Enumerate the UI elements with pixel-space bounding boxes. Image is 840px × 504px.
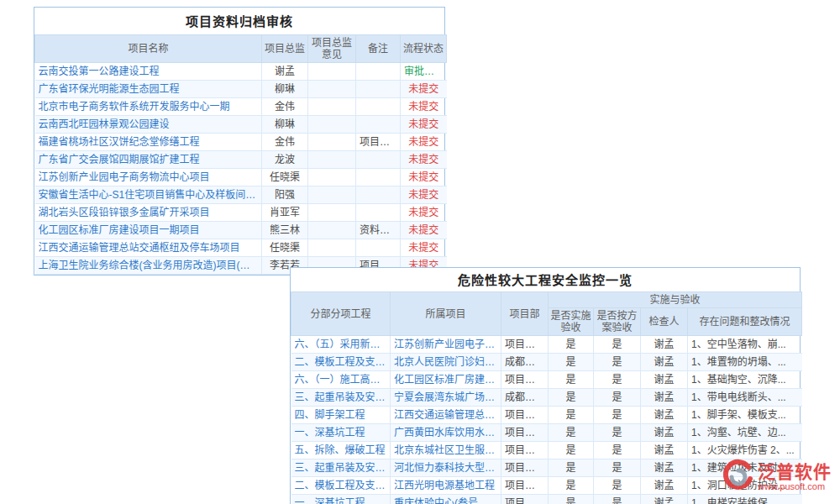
safety-panel-title: 危险性较大工程安全监控一览 (291, 268, 800, 291)
issues-cell: 1、堆置物的坍塌、... (688, 354, 802, 371)
inspector-cell: 谢孟 (641, 424, 688, 442)
remark-cell (356, 186, 401, 204)
opinion-cell (308, 134, 356, 151)
opinion-cell (308, 116, 356, 134)
part-cell[interactable]: 六、（一）施工高度50M及... (291, 371, 391, 389)
project-cell[interactable]: 化工园区标准厂房建设项目... (391, 371, 501, 389)
remark-cell (356, 63, 401, 81)
project-cell[interactable]: 江苏创新产业园电子商务物... (391, 336, 501, 354)
watermark-url: www.pusoft.com (758, 481, 832, 492)
director-cell: 阳强 (262, 186, 308, 204)
plan-cell: 是 (594, 354, 641, 371)
table-row: 三、起重吊装及安装拆卸工程宁夏会展湾东城广场（二期...成都项目部是是谢孟1、带… (291, 389, 802, 407)
plan-cell: 是 (594, 459, 641, 477)
plan-cell: 是 (594, 424, 641, 442)
dept-cell: 项目三部 (501, 442, 549, 459)
project-cell[interactable]: 江西交通运输管理总站交通... (391, 407, 501, 424)
name-cell[interactable]: 上海卫生院业务综合楼(含业务用房改造)项目(集中隔离医学观察... (35, 257, 262, 275)
status-cell[interactable]: 未提交 (401, 134, 447, 151)
plan-cell: 是 (594, 371, 641, 389)
column-header-parent-project: 所属项目 (391, 292, 501, 336)
remark-cell (356, 204, 401, 222)
director-cell: 谢孟 (262, 63, 308, 81)
dept-cell: 项目二部 (501, 371, 549, 389)
status-cell[interactable]: 未提交 (401, 239, 447, 257)
part-cell[interactable]: 一、深基坑工程 (291, 424, 391, 442)
part-cell[interactable]: 一、深基坑工程 (291, 495, 391, 504)
part-cell[interactable]: 六、（五）采用新技术、工... (291, 336, 391, 354)
opinion-cell (308, 186, 356, 204)
status-cell[interactable]: 未提交 (401, 81, 447, 98)
status-cell[interactable]: 未提交 (401, 116, 447, 134)
part-cell[interactable]: 四、脚手架工程 (291, 407, 391, 424)
status-cell[interactable]: 审批通过 (401, 63, 447, 81)
part-cell[interactable]: 三、起重吊装及安装拆卸工程 (291, 459, 391, 477)
name-cell[interactable]: 江苏创新产业园电子商务物流中心项目 (35, 169, 262, 186)
part-cell[interactable]: 二、模板工程及支撑体系 (291, 354, 391, 371)
archive-table-header: 项目名称 项目总监 项目总监意见 备注 流程状态 (35, 35, 447, 63)
project-cell[interactable]: 江西光明电源基地工程 (391, 477, 501, 495)
issues-cell: 1、基础掏空、沉降... (688, 371, 802, 389)
director-cell: 熊三林 (262, 222, 308, 239)
name-cell[interactable]: 广东省环保光明能源生态园工程 (35, 81, 262, 98)
name-cell[interactable]: 安徽省生活中心-S1住宅项目销售中心及样板间精装修及配套 (35, 186, 262, 204)
impl-cell: 是 (549, 459, 594, 477)
column-header-inspector: 检查人 (641, 308, 688, 336)
archive-review-panel: 项目资料归档审核 项目名称 项目总监 项目总监意见 备注 流程状态 云南交投第一… (34, 7, 445, 276)
column-header-director: 项目总监 (262, 35, 308, 63)
project-cell[interactable]: 河北恒力泰科技大型高端智... (391, 459, 501, 477)
name-cell[interactable]: 云南交投第一公路建设工程 (35, 63, 262, 81)
status-cell[interactable]: 未提交 (401, 222, 447, 239)
director-cell: 柳琳 (262, 116, 308, 134)
impl-cell: 是 (549, 477, 594, 495)
project-cell[interactable]: 宁夏会展湾东城广场（二期... (391, 389, 501, 407)
status-cell[interactable]: 未提交 (401, 186, 447, 204)
safety-table-header: 分部分项工程 所属项目 项目部 实施与验收 是否实施验收 是否按方案验收 检查人… (291, 292, 802, 336)
plan-cell: 是 (594, 442, 641, 459)
dept-cell: 项目二部 (501, 477, 549, 495)
project-cell[interactable]: 广西黄田水库饮用水源水质... (391, 424, 501, 442)
name-cell[interactable]: 湖北岩头区段铅锌银多金属矿开采项目 (35, 204, 262, 222)
inspector-cell: 谢孟 (641, 477, 688, 495)
director-cell: 任晓渠 (262, 239, 308, 257)
archive-table: 项目名称 项目总监 项目总监意见 备注 流程状态 云南交投第一公路建设工程谢孟审… (34, 34, 447, 275)
column-header-acceptance-done: 是否实施验收 (549, 308, 594, 336)
part-cell[interactable]: 三、起重吊装及安装拆卸工程 (291, 389, 391, 407)
table-row: 江西交通运输管理总站交通枢纽及停车场项目任晓渠未提交 (35, 239, 447, 257)
name-cell[interactable]: 云南西北旺园林景观公园建设 (35, 116, 262, 134)
issues-cell: 1、脚手架、模板支... (688, 407, 802, 424)
name-cell[interactable]: 江西交通运输管理总站交通枢纽及停车场项目 (35, 239, 262, 257)
opinion-cell (308, 222, 356, 239)
plan-cell: 是 (594, 477, 641, 495)
status-cell[interactable]: 未提交 (401, 204, 447, 222)
archive-panel-title: 项目资料归档审核 (34, 8, 444, 34)
project-cell[interactable]: 北京人民医院门诊妇儿楼工... (391, 354, 501, 371)
pusoft-logo-icon (721, 459, 754, 496)
name-cell[interactable]: 福建省桃场社区汉饼纪念堂修缮工程 (35, 134, 262, 151)
table-row: 二、模板工程及支撑体系北京人民医院门诊妇儿楼工...成都项目部是是谢孟1、堆置物… (291, 354, 802, 371)
table-row: 江苏创新产业园电子商务物流中心项目任晓渠未提交 (35, 169, 447, 186)
archive-table-body: 云南交投第一公路建设工程谢孟审批通过广东省环保光明能源生态园工程柳琳未提交北京市… (35, 63, 447, 275)
status-cell[interactable]: 未提交 (401, 151, 447, 169)
remark-cell (356, 151, 401, 169)
status-cell[interactable]: 未提交 (401, 98, 447, 116)
part-cell[interactable]: 五、拆除、爆破工程 (291, 442, 391, 459)
name-cell[interactable]: 北京市电子商务软件系统开发服务中心一期 (35, 98, 262, 116)
name-cell[interactable]: 广东省广交会展馆四期展馆扩建工程 (35, 151, 262, 169)
inspector-cell: 谢孟 (641, 389, 688, 407)
status-cell[interactable]: 未提交 (401, 169, 447, 186)
project-cell[interactable]: 重庆体验中心(叁号馆)装修... (391, 495, 501, 504)
opinion-cell (308, 151, 356, 169)
dept-cell: 成都项目部 (501, 354, 549, 371)
table-row: 北京市电子商务软件系统开发服务中心一期金伟未提交 (35, 98, 447, 116)
dept-cell: 项目二部 (501, 495, 549, 504)
name-cell[interactable]: 化工园区标准厂房建设项目一期项目 (35, 222, 262, 239)
column-header-group-implementation: 实施与验收 (549, 292, 802, 308)
project-cell[interactable]: 北京东城社区卫生服务中心... (391, 442, 501, 459)
table-row: 广东省广交会展馆四期展馆扩建工程龙波未提交 (35, 151, 447, 169)
issues-cell: 1、空中坠落物、崩... (688, 336, 802, 354)
column-header-issues: 存在问题和整改情况 (688, 308, 802, 336)
opinion-cell (308, 239, 356, 257)
part-cell[interactable]: 二、模板工程及支撑体系 (291, 477, 391, 495)
inspector-cell: 谢孟 (641, 354, 688, 371)
